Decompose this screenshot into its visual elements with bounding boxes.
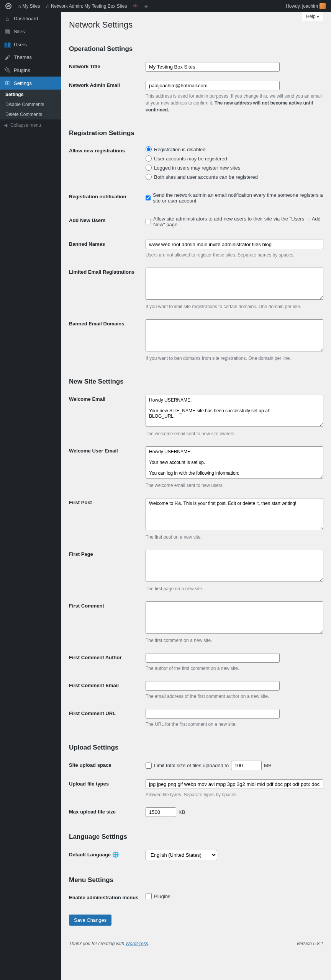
banned-email-textarea[interactable] <box>146 319 323 351</box>
language-select[interactable]: English (United States) <box>146 850 217 860</box>
check-limit-upload[interactable]: Limit total size of files uploaded to <box>146 763 229 769</box>
radio-both-sites[interactable]: Both sites and user accounts can be regi… <box>146 174 323 180</box>
label-add-users: Add New Users <box>69 216 146 230</box>
submenu-delete-comments[interactable]: Delete Comments <box>0 109 61 119</box>
label-first-comment: First Comment <box>69 601 146 644</box>
label-upload-space: Site upload space <box>69 761 146 770</box>
users-icon: 👥 <box>4 41 11 48</box>
themes-icon: 🖌 <box>4 54 11 60</box>
admin-email-desc: This address is used for admin purposes.… <box>146 93 323 113</box>
sidebar-item-dashboard[interactable]: ⌂Dashboard <box>0 12 61 25</box>
howdy-label: Howdy, joachim <box>286 3 318 9</box>
admin-toolbar: W ⌂My Sites ⌂Network Admin: My Testing B… <box>0 0 331 12</box>
admin-email-input[interactable] <box>146 81 280 90</box>
sidebar-label: Plugins <box>14 67 30 73</box>
welcome-email-textarea[interactable]: Howdy USERNAME, Your new SITE_NAME site … <box>146 395 323 427</box>
refresh-icon[interactable]: ◈ <box>142 0 150 12</box>
upload-types-desc: Allowed file types. Separate types by sp… <box>146 791 323 798</box>
sidebar-label: Settings <box>14 80 32 86</box>
banned-email-desc: If you want to ban domains from site reg… <box>146 355 323 362</box>
help-tab[interactable]: Help ▾ <box>302 12 323 21</box>
sidebar-item-themes[interactable]: 🖌Themes <box>0 51 61 64</box>
label-banned-names: Banned Names <box>69 240 146 258</box>
section-upload: Upload Settings <box>69 744 323 751</box>
upload-space-input[interactable] <box>231 761 262 770</box>
label-banned-email: Banned Email Domains <box>69 319 146 362</box>
wp-logo-menu[interactable]: W <box>3 0 14 12</box>
collapse-icon: ◀ <box>4 122 7 128</box>
first-comment-url-input[interactable] <box>146 709 280 719</box>
sidebar-item-settings[interactable]: ⊞Settings <box>0 77 61 90</box>
welcome-user-email-desc: The welcome email sent to new users. <box>146 482 323 489</box>
sidebar-item-plugins[interactable]: 🔌Plugins <box>0 64 61 77</box>
sidebar-label: Sites <box>14 29 25 34</box>
check-add-users[interactable]: Allow site administrators to add new use… <box>146 216 323 227</box>
banned-names-desc: Users are not allowed to register these … <box>146 252 323 258</box>
label-upload-types: Upload file types <box>69 779 146 798</box>
collapse-label: Collapse menu <box>10 122 41 128</box>
label-reg-notif: Registration notification <box>69 192 146 207</box>
label-welcome-email: Welcome Email <box>69 395 146 437</box>
label-allow-reg: Allow new registrations <box>69 146 146 183</box>
max-upload-input[interactable] <box>146 807 176 817</box>
label-default-lang: Default Language🌐 <box>69 850 146 860</box>
network-admin-link[interactable]: ⌂Network Admin: My Testing Box Sites <box>44 0 129 12</box>
my-sites-menu[interactable]: ⌂My Sites <box>15 0 42 12</box>
first-comment-desc: The first comment on a new site. <box>146 637 323 644</box>
unit-mb: MB <box>264 763 272 768</box>
first-comment-author-input[interactable] <box>146 653 280 663</box>
limited-email-desc: If you want to limit site registrations … <box>146 303 323 310</box>
section-operational: Operational Settings <box>69 45 323 53</box>
label-limited-email: Limited Email Registrations <box>69 268 146 310</box>
label-first-comment-email: First Comment Email <box>69 681 146 700</box>
admin-sidebar: ⌂Dashboard ▦Sites 👥Users 🖌Themes 🔌Plugin… <box>0 12 61 980</box>
sidebar-item-sites[interactable]: ▦Sites <box>0 25 61 38</box>
sidebar-item-users[interactable]: 👥Users <box>0 38 61 51</box>
section-language: Language Settings <box>69 833 323 841</box>
avatar-icon <box>320 3 326 9</box>
account-menu[interactable]: Howdy, joachim <box>283 0 328 12</box>
check-reg-notif[interactable]: Send the network admin an email notifica… <box>146 192 323 204</box>
diamond-icon: ◈ <box>144 3 148 9</box>
eye-slash-icon: 👁 <box>133 3 138 9</box>
welcome-email-desc: The welcome email sent to new site owner… <box>146 430 323 437</box>
page-title: Network Settings <box>69 12 323 34</box>
sites-icon: ⌂ <box>18 3 21 9</box>
unit-kb: KB <box>179 809 185 815</box>
upload-types-input[interactable] <box>146 779 323 789</box>
first-page-textarea[interactable] <box>146 550 323 582</box>
home-icon: ⌂ <box>46 3 49 9</box>
welcome-user-email-textarea[interactable]: Howdy USERNAME, Your new account is set … <box>146 446 323 479</box>
radio-reg-disabled[interactable]: Registration is disabled <box>146 146 323 152</box>
check-plugins-menu[interactable]: Plugins <box>146 893 323 899</box>
wordpress-link[interactable]: WordPress <box>125 941 148 946</box>
network-admin-label: Network Admin: My Testing Box Sites <box>51 3 127 9</box>
network-title-input[interactable] <box>146 62 280 72</box>
limited-email-textarea[interactable] <box>146 268 323 300</box>
save-button[interactable]: Save Changes <box>69 915 111 926</box>
version-label: Version 5.8.1 <box>297 941 323 946</box>
submenu-disable-comments[interactable]: Disable Comments <box>0 100 61 109</box>
label-admin-menus: Enable administration menus <box>69 893 146 902</box>
debug-icon[interactable]: 👁 <box>131 0 141 12</box>
label-admin-email: Network Admin Email <box>69 81 146 113</box>
sidebar-label: Dashboard <box>14 16 38 21</box>
chevron-down-icon: ▾ <box>317 14 319 19</box>
collapse-menu[interactable]: ◀Collapse menu <box>0 119 61 131</box>
first-comment-textarea[interactable] <box>146 601 323 634</box>
first-comment-email-input[interactable] <box>146 681 280 691</box>
radio-user-accounts[interactable]: User accounts may be registered <box>146 155 323 162</box>
settings-icon: ⊞ <box>4 80 11 87</box>
radio-logged-in[interactable]: Logged in users may register new sites <box>146 165 323 171</box>
section-new-site: New Site Settings <box>69 378 323 385</box>
label-network-title: Network Title <box>69 62 146 72</box>
label-first-comment-url: First Comment URL <box>69 709 146 728</box>
first-comment-email-desc: The email address of the first comment a… <box>146 693 323 700</box>
banned-names-input[interactable] <box>146 240 323 249</box>
label-first-post: First Post <box>69 498 146 541</box>
submenu-settings[interactable]: Settings <box>0 90 61 100</box>
wordpress-logo-icon: W <box>5 3 11 9</box>
first-post-textarea[interactable]: Welcome to %s. This is your first post. … <box>146 498 323 530</box>
label-first-comment-author: First Comment Author <box>69 653 146 672</box>
translate-icon: 🌐 <box>112 851 119 858</box>
